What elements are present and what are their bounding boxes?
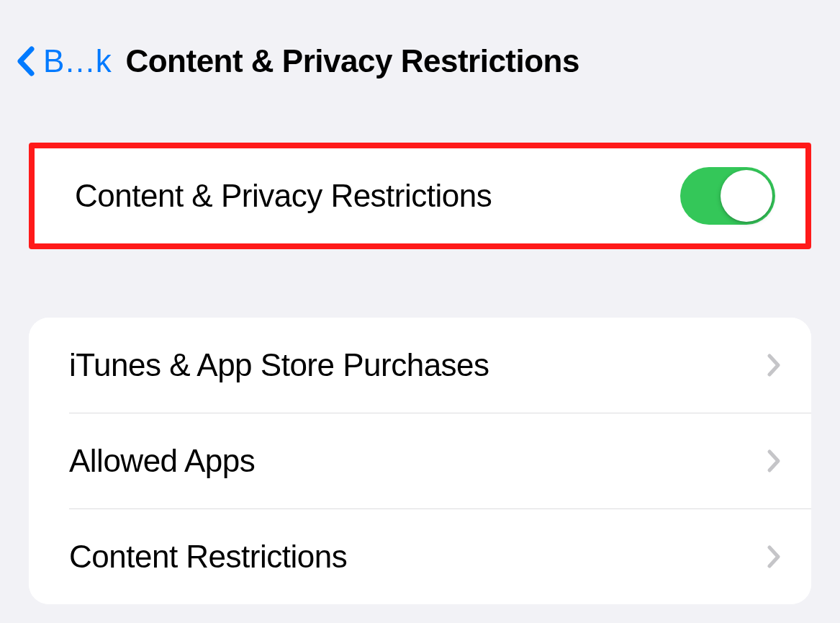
nav-header: B…k Content & Privacy Restrictions	[0, 0, 840, 101]
menu-item-label: iTunes & App Store Purchases	[69, 347, 489, 383]
menu-item-allowed-apps[interactable]: Allowed Apps	[29, 413, 811, 508]
menu-item-itunes-purchases[interactable]: iTunes & App Store Purchases	[29, 318, 811, 413]
chevron-right-icon	[767, 544, 781, 569]
page-title: Content & Privacy Restrictions	[125, 43, 579, 79]
back-label: B…k	[43, 43, 111, 79]
chevron-right-icon	[767, 353, 781, 377]
chevron-right-icon	[767, 449, 781, 473]
chevron-left-icon	[14, 46, 36, 76]
menu-item-label: Allowed Apps	[69, 443, 255, 479]
toggle-thumb	[721, 170, 772, 222]
toggle-section-highlighted: Content & Privacy Restrictions	[29, 143, 811, 249]
content-privacy-toggle-row[interactable]: Content & Privacy Restrictions	[35, 148, 805, 243]
back-button[interactable]: B…k	[14, 43, 111, 79]
menu-item-content-restrictions[interactable]: Content Restrictions	[29, 509, 811, 604]
toggle-row-label: Content & Privacy Restrictions	[75, 178, 492, 214]
menu-section: iTunes & App Store Purchases Allowed App…	[29, 318, 811, 604]
content-privacy-toggle[interactable]	[680, 167, 775, 225]
menu-item-label: Content Restrictions	[69, 539, 347, 575]
